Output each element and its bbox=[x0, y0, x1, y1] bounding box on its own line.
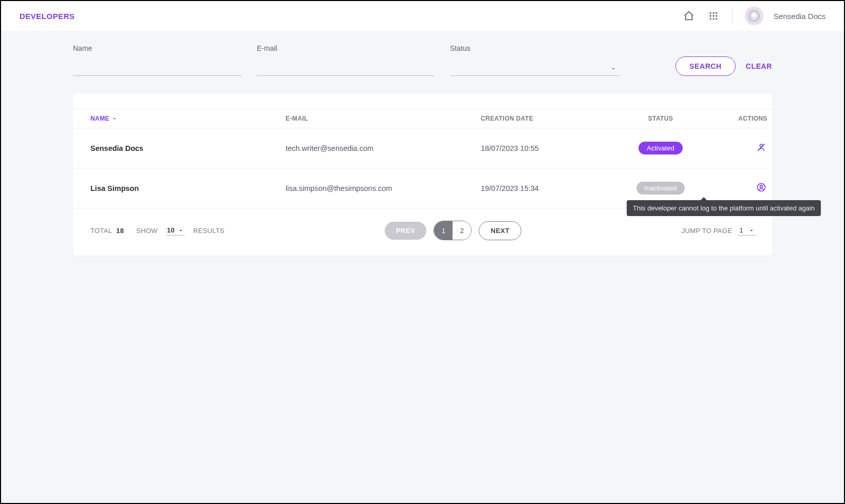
total-value: 18 bbox=[116, 227, 124, 235]
col-email[interactable]: E-MAIL bbox=[286, 115, 481, 122]
filter-name: Name bbox=[73, 44, 241, 76]
total-label: TOTAL bbox=[90, 227, 112, 235]
table-row: Lisa Simpson lisa.simpson@thesimpsons.co… bbox=[73, 168, 772, 208]
row-status: Activated bbox=[614, 142, 707, 154]
table-row: Sensedia Docs tech.writer@sensedia.com 1… bbox=[73, 128, 772, 168]
page-pill: 1 2 bbox=[434, 221, 472, 240]
row-actions bbox=[707, 182, 774, 195]
col-name-label: NAME bbox=[90, 115, 109, 122]
user-remove-icon[interactable] bbox=[756, 142, 766, 154]
row-actions bbox=[707, 142, 774, 154]
chevron-down-icon bbox=[178, 227, 184, 234]
row-creation-date: 18/07/2023 10:55 bbox=[481, 144, 614, 152]
svg-point-4 bbox=[712, 15, 714, 16]
col-status[interactable]: STATUS bbox=[614, 115, 707, 122]
col-name[interactable]: NAME bbox=[90, 115, 286, 122]
sort-asc-icon bbox=[111, 115, 118, 122]
search-button[interactable]: SEARCH bbox=[675, 56, 736, 76]
chevron-down-icon bbox=[748, 227, 755, 234]
jump-label: JUMP TO PAGE bbox=[682, 227, 733, 235]
jump-select[interactable]: 1 bbox=[737, 225, 757, 236]
top-bar: DEVELOPERS Sensedia Docs bbox=[1, 1, 844, 31]
row-name: Lisa Simpson bbox=[90, 184, 286, 192]
svg-point-0 bbox=[710, 12, 711, 14]
filter-email-label: E-mail bbox=[257, 44, 435, 52]
home-icon[interactable] bbox=[683, 10, 695, 22]
name-input[interactable] bbox=[73, 62, 241, 76]
svg-point-13 bbox=[760, 185, 763, 187]
svg-point-3 bbox=[710, 15, 711, 16]
show-label: SHOW bbox=[136, 227, 158, 235]
results-label: RESULTS bbox=[193, 227, 224, 235]
next-button[interactable]: NEXT bbox=[479, 221, 521, 240]
svg-point-1 bbox=[712, 12, 714, 14]
row-name: Sensedia Docs bbox=[90, 144, 286, 152]
col-creation-date[interactable]: CREATION DATE bbox=[481, 115, 614, 122]
page-size-select[interactable]: 10 bbox=[166, 225, 185, 236]
filter-actions: SEARCH CLEAR bbox=[675, 56, 772, 76]
svg-point-7 bbox=[712, 18, 714, 20]
svg-point-8 bbox=[716, 18, 717, 20]
row-email: lisa.simpson@thesimpsons.com bbox=[286, 184, 481, 192]
apps-grid-icon[interactable] bbox=[707, 10, 720, 22]
avatar bbox=[745, 7, 763, 25]
filter-status: Status bbox=[450, 44, 619, 76]
page-2[interactable]: 2 bbox=[453, 221, 471, 240]
clear-button[interactable]: CLEAR bbox=[746, 62, 772, 70]
table-header: NAME E-MAIL CREATION DATE STATUS ACTIONS bbox=[73, 109, 772, 128]
page-title: DEVELOPERS bbox=[20, 12, 75, 21]
row-creation-date: 19/07/2023 15:34 bbox=[481, 184, 614, 192]
jump-value: 1 bbox=[739, 226, 743, 234]
status-badge: Activated bbox=[639, 142, 682, 154]
row-status: Inactivated bbox=[614, 182, 707, 195]
page-size-value: 10 bbox=[167, 226, 175, 234]
page-1[interactable]: 1 bbox=[434, 221, 453, 240]
results-card: NAME E-MAIL CREATION DATE STATUS ACTIONS… bbox=[73, 93, 772, 256]
username: Sensedia Docs bbox=[774, 12, 825, 21]
user-circle-icon[interactable] bbox=[756, 182, 766, 195]
divider bbox=[732, 9, 733, 23]
email-input[interactable] bbox=[257, 62, 435, 76]
user-area[interactable]: Sensedia Docs bbox=[745, 7, 825, 25]
svg-point-5 bbox=[716, 15, 717, 16]
status-tooltip: This developer cannot log to the platfor… bbox=[627, 200, 821, 216]
filter-status-label: Status bbox=[450, 44, 619, 52]
pagination-info: TOTAL 18 SHOW 10 RESULTS bbox=[90, 225, 224, 236]
filter-name-label: Name bbox=[73, 44, 241, 52]
jump-to-page: JUMP TO PAGE 1 bbox=[682, 225, 757, 236]
pagination-controls: PREV 1 2 NEXT bbox=[385, 221, 521, 240]
status-select[interactable] bbox=[450, 62, 619, 76]
filter-email: E-mail bbox=[257, 44, 435, 76]
col-actions: ACTIONS bbox=[707, 115, 774, 122]
header-right: Sensedia Docs bbox=[683, 7, 825, 25]
filter-bar: Name E-mail Status SEARCH CLEAR bbox=[1, 31, 844, 76]
status-badge: Inactivated bbox=[636, 182, 685, 195]
row-email: tech.writer@sensedia.com bbox=[286, 144, 481, 152]
dropdown-icon bbox=[610, 66, 616, 72]
svg-point-6 bbox=[710, 18, 711, 20]
prev-button: PREV bbox=[385, 222, 426, 240]
svg-point-2 bbox=[716, 12, 717, 14]
